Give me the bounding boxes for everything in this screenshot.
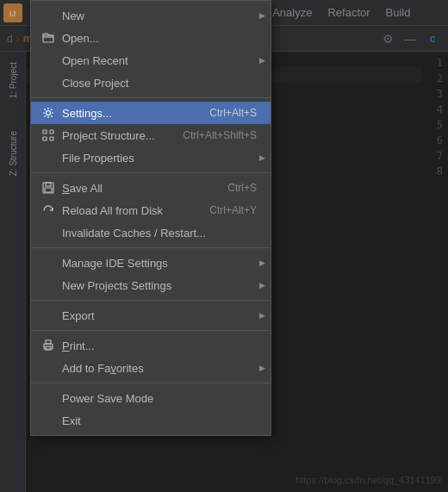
menu-item-new-project-settings-label: New Projects Settings [62,279,257,292]
svg-rect-7 [50,137,53,140]
invalidate-icon [41,226,55,240]
menu-item-manage-ide-label: Manage IDE Settings [62,257,257,270]
file-properties-icon [41,151,55,165]
svg-rect-10 [45,188,52,192]
new-project-settings-icon [41,278,55,292]
project-structure-icon [41,128,55,142]
svg-rect-6 [43,137,47,140]
menu-item-file-properties-label: File Properties [62,152,257,165]
menu-item-save-all[interactable]: Save All Ctrl+S [31,177,271,199]
menu-item-manage-ide[interactable]: Manage IDE Settings [31,252,271,274]
print-icon [41,339,55,352]
open-recent-icon [41,53,55,67]
menu-item-project-structure-shortcut: Ctrl+Alt+Shift+S [183,129,257,141]
menu-item-invalidate[interactable]: Invalidate Caches / Restart... [31,221,271,244]
menu-item-close-project-label: Close Project [62,77,257,90]
separator-5 [31,330,271,331]
separator-2 [31,172,271,173]
export-icon [41,308,55,322]
separator-4 [31,300,271,301]
separator-1 [31,97,271,98]
menu-item-print[interactable]: Print... [31,334,271,357]
menu-item-new[interactable]: New [31,4,271,27]
menu-item-reload-label: Reload All from Disk [62,204,202,217]
menu-item-export[interactable]: Export [31,304,271,327]
menu-item-save-all-label: Save All [62,182,221,195]
menu-item-power-save-label: Power Save Mode [62,392,257,405]
menu-item-save-all-shortcut: Ctrl+S [227,182,257,194]
svg-rect-12 [46,340,51,344]
svg-point-3 [47,111,51,115]
menu-item-add-favorites-label: Add to Favorites [62,362,257,375]
menu-item-new-project-settings[interactable]: New Projects Settings [31,274,271,296]
menu-item-settings-label: Settings... [62,107,202,120]
menu-item-open-recent[interactable]: Open Recent [31,49,271,72]
menu-item-open-recent-label: Open Recent [62,54,257,67]
menu-item-settings-shortcut: Ctrl+Alt+S [209,107,257,119]
file-dropdown-menu: New Open... Open Recent Close Project [30,0,271,436]
menu-item-project-structure[interactable]: Project Structure... Ctrl+Alt+Shift+S [31,124,271,146]
reload-icon [41,203,55,217]
menu-item-reload[interactable]: Reload All from Disk Ctrl+Alt+Y [31,199,271,221]
manage-ide-icon [41,256,55,270]
menu-item-reload-shortcut: Ctrl+Alt+Y [209,204,257,216]
power-save-icon [41,391,55,405]
menu-item-print-label: Print... [62,339,257,352]
file-menu-container: New Open... Open Recent Close Project [30,0,271,436]
open-icon [41,31,55,45]
settings-menu-icon [41,106,55,120]
svg-rect-5 [50,130,53,134]
menu-item-new-label: New [62,9,257,22]
menu-item-add-favorites[interactable]: Add to Favorites [31,357,271,379]
menu-item-exit[interactable]: Exit [31,409,271,432]
svg-rect-9 [46,183,51,186]
menu-item-open[interactable]: Open... [31,27,271,49]
new-icon [41,9,55,22]
save-all-icon [41,181,55,195]
svg-rect-4 [43,130,47,134]
menu-item-power-save[interactable]: Power Save Mode [31,387,271,409]
menu-item-settings[interactable]: Settings... Ctrl+Alt+S [31,102,271,124]
menu-item-exit-label: Exit [62,414,257,427]
add-favorites-icon [41,361,55,375]
svg-rect-2 [43,35,53,42]
menu-item-close-project[interactable]: Close Project [31,72,271,94]
menu-item-export-label: Export [62,309,257,322]
menu-item-invalidate-label: Invalidate Caches / Restart... [62,227,257,240]
menu-item-project-structure-label: Project Structure... [62,129,176,142]
menu-item-open-label: Open... [62,32,257,45]
menu-item-file-properties[interactable]: File Properties [31,146,271,169]
close-project-icon [41,76,55,90]
separator-6 [31,383,271,383]
exit-icon [41,414,55,427]
separator-3 [31,247,271,248]
